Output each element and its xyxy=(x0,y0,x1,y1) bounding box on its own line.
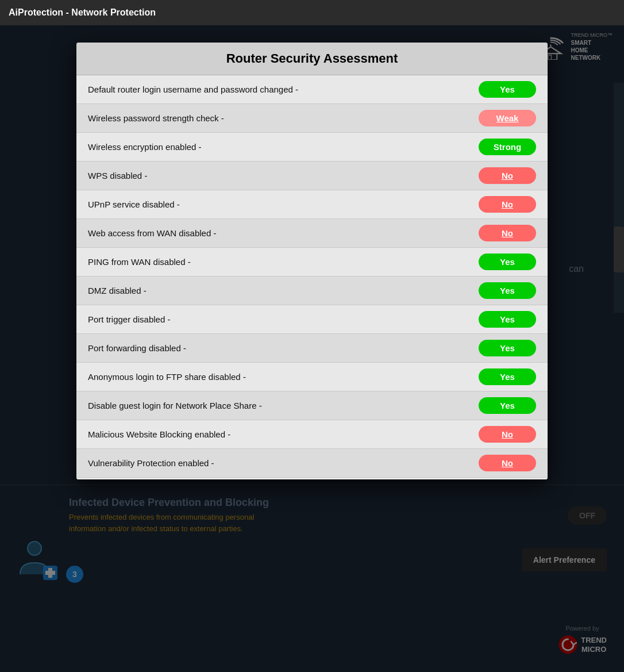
assessment-label: Port trigger disabled - xyxy=(88,314,170,324)
assessment-row: DMZ disabled - Yes xyxy=(76,277,548,305)
status-badge: Yes xyxy=(479,81,536,98)
status-badge: Strong xyxy=(479,139,536,155)
assessment-label: Vulnerability Protection enabled - xyxy=(88,458,214,468)
status-badge[interactable]: No xyxy=(479,455,536,471)
assessment-label: Wireless password strength check - xyxy=(88,113,224,123)
assessment-label: WPS disabled - xyxy=(88,171,147,181)
assessment-row: WPS disabled - No xyxy=(76,162,548,190)
assessment-row: UPnP service disabled - No xyxy=(76,190,548,219)
assessment-row: Malicious Website Blocking enabled - No xyxy=(76,420,548,449)
modal-dialog: Router Security Assessment Default route… xyxy=(76,43,548,479)
assessment-row: Wireless password strength check - Weak xyxy=(76,104,548,133)
assessment-label: Port forwarding disabled - xyxy=(88,343,186,353)
background-page: Network Protection with Trend Micro prot… xyxy=(0,25,624,672)
assessment-label: Wireless encryption enabled - xyxy=(88,142,202,152)
assessment-row: Vulnerability Protection enabled - No xyxy=(76,449,548,478)
assessment-label: UPnP service disabled - xyxy=(88,199,180,209)
assessment-row: PING from WAN disabled - Yes xyxy=(76,248,548,277)
assessment-row: Disable guest login for Network Place Sh… xyxy=(76,391,548,420)
status-badge[interactable]: Weak xyxy=(479,110,536,126)
assessment-label: Anonymous login to FTP share disabled - xyxy=(88,372,246,382)
status-badge: Yes xyxy=(479,340,536,356)
status-badge[interactable]: No xyxy=(479,196,536,213)
status-badge: Yes xyxy=(479,397,536,414)
status-badge[interactable]: No xyxy=(479,426,536,443)
title-bar-label: AiProtection - Network Protection xyxy=(9,7,156,18)
status-badge: Yes xyxy=(479,368,536,385)
assessment-table: Default router login username and passwo… xyxy=(76,75,548,479)
assessment-label: Disable guest login for Network Place Sh… xyxy=(88,401,262,410)
assessment-label: Malicious Website Blocking enabled - xyxy=(88,429,230,439)
assessment-row: Web access from WAN disabled - No xyxy=(76,219,548,248)
assessment-row: Wireless encryption enabled - Strong xyxy=(76,133,548,162)
modal-overlay: Router Security Assessment Default route… xyxy=(0,25,624,672)
assessment-label: DMZ disabled - xyxy=(88,286,147,295)
assessment-label: Default router login username and passwo… xyxy=(88,85,298,94)
status-badge: Yes xyxy=(479,254,536,270)
status-badge[interactable]: No xyxy=(479,225,536,241)
assessment-row: Port forwarding disabled - Yes xyxy=(76,334,548,363)
assessment-row: Port trigger disabled - Yes xyxy=(76,305,548,334)
assessment-row: Default router login username and passwo… xyxy=(76,75,548,104)
status-badge: Yes xyxy=(479,282,536,299)
assessment-label: PING from WAN disabled - xyxy=(88,257,191,267)
modal-title: Router Security Assessment xyxy=(76,43,548,75)
assessment-row: Anonymous login to FTP share disabled - … xyxy=(76,363,548,391)
status-badge: Yes xyxy=(479,311,536,328)
status-badge[interactable]: No xyxy=(479,167,536,184)
assessment-label: Web access from WAN disabled - xyxy=(88,228,216,238)
assessment-row: Infected Device Prevention and Blocking … xyxy=(76,478,548,479)
title-bar: AiProtection - Network Protection xyxy=(0,0,624,25)
